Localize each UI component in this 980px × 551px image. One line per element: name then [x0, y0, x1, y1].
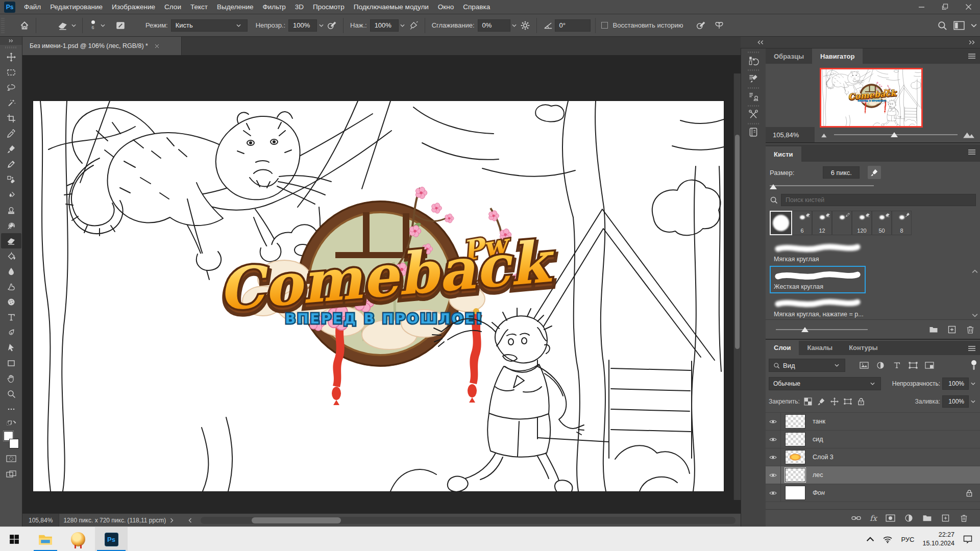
eyedropper-tool[interactable]: [1, 126, 21, 141]
collapse-panels-icon[interactable]: [757, 39, 764, 46]
horizontal-scrollbar[interactable]: [201, 517, 736, 524]
type-tool[interactable]: [1, 310, 21, 325]
toolbar-expand-button[interactable]: [0, 37, 22, 45]
mode-select[interactable]: Кисть: [171, 19, 248, 32]
panel-menu-icon[interactable]: [968, 53, 976, 60]
current-tool-eraser-icon[interactable]: [56, 19, 69, 32]
document-tab[interactable]: Без имени-1.psd @ 106% (лес, RGB/8) *: [22, 37, 182, 55]
menu-item[interactable]: Файл: [19, 0, 45, 14]
menu-item[interactable]: Подключаемые модули: [349, 0, 433, 14]
brush-preview-icon[interactable]: [868, 166, 881, 179]
status-chevron-icon[interactable]: [168, 517, 175, 524]
menu-item[interactable]: Изображение: [107, 0, 160, 14]
recent-brush-cell[interactable]: 6: [792, 211, 812, 235]
lock-artboard-icon[interactable]: [844, 397, 852, 406]
language-indicator[interactable]: РУС: [901, 536, 914, 543]
layer-name[interactable]: танк: [813, 418, 825, 425]
new-adjustment-layer-icon[interactable]: [904, 514, 914, 522]
smudge-tool[interactable]: [1, 279, 21, 294]
layer-thumbnail[interactable]: [785, 486, 805, 500]
new-group-icon[interactable]: [922, 514, 932, 522]
brush-preset-picker[interactable]: 6: [87, 20, 99, 30]
pressure-size-icon[interactable]: [694, 19, 707, 32]
layer-thumbnail[interactable]: [785, 414, 805, 429]
recent-brush-cell[interactable]: 120: [852, 211, 872, 235]
hardness-slider-thumb[interactable]: [801, 327, 808, 332]
delete-brush-icon[interactable]: [966, 325, 975, 334]
scroll-up-icon[interactable]: [972, 269, 978, 274]
game-shortcut-button[interactable]: [64, 527, 92, 551]
background-color-swatch[interactable]: [9, 439, 19, 448]
angle-input[interactable]: 0°: [555, 19, 591, 32]
clone-source-panel-icon[interactable]: [744, 87, 763, 102]
menu-item[interactable]: Текст: [186, 0, 212, 14]
layer-thumbnail[interactable]: [785, 468, 805, 482]
wifi-icon[interactable]: [883, 535, 893, 543]
layer-opacity-input[interactable]: 100%: [942, 378, 977, 390]
smoothing-input[interactable]: 0%: [478, 19, 510, 32]
dodge-tool[interactable]: [1, 294, 21, 310]
smoothing-chevron-icon[interactable]: [510, 19, 519, 32]
search-icon[interactable]: [937, 20, 947, 31]
navigator-thumbnail[interactable]: [820, 68, 923, 128]
recent-brush-cell[interactable]: 8: [892, 211, 912, 235]
airbrush-icon[interactable]: [407, 19, 420, 32]
layer-visibility-eye-icon[interactable]: [766, 413, 781, 430]
minimize-button[interactable]: [910, 0, 933, 13]
tab-channels[interactable]: Каналы: [799, 340, 841, 355]
clone-stamp-tool[interactable]: [1, 203, 21, 218]
layer-name[interactable]: сид: [813, 436, 823, 443]
eraser-tool[interactable]: [1, 233, 21, 248]
tab-paths[interactable]: Контуры: [841, 340, 886, 355]
navigator-zoom-slider[interactable]: [834, 134, 958, 135]
taskbar-clock[interactable]: 22:27 15.10.2024: [922, 531, 954, 548]
restore-button[interactable]: [933, 0, 957, 13]
blur-tool[interactable]: [1, 264, 21, 279]
layer-row[interactable]: танк: [766, 413, 980, 431]
hand-tool[interactable]: [1, 371, 21, 386]
fill-chevron-icon[interactable]: [969, 395, 977, 408]
tool-presets-panel-icon[interactable]: [744, 105, 763, 120]
horizontal-scrollbar-thumb[interactable]: [252, 517, 341, 523]
pressure-opacity-icon[interactable]: [325, 19, 338, 32]
filter-smart-objects-icon[interactable]: [925, 361, 934, 369]
libraries-panel-icon[interactable]: [744, 123, 763, 138]
history-panel-icon[interactable]: [744, 52, 763, 66]
recent-brush-cell[interactable]: [770, 211, 792, 235]
pattern-stamp-tool[interactable]: [1, 172, 21, 187]
history-brush-tool[interactable]: [1, 218, 21, 233]
layer-name[interactable]: Слой 3: [813, 454, 834, 461]
panel-menu-icon[interactable]: [968, 345, 976, 352]
opacity-chevron-icon[interactable]: [317, 19, 325, 32]
brush-picker-chevron-icon[interactable]: [99, 19, 107, 32]
brush-list-item[interactable]: Мягкая круглая, нажатие = р...: [770, 293, 866, 321]
brush-tool[interactable]: [1, 141, 21, 157]
restore-history-checkbox[interactable]: [601, 22, 608, 29]
crop-tool[interactable]: [1, 111, 21, 126]
smoothing-gear-icon[interactable]: [519, 19, 532, 32]
brush-settings-toggle-icon[interactable]: [114, 19, 127, 32]
layer-row[interactable]: Фон: [766, 484, 980, 502]
layer-visibility-eye-icon[interactable]: [766, 466, 781, 484]
tool-preset-chevron-icon[interactable]: [69, 19, 78, 32]
layer-thumbnail[interactable]: [785, 450, 805, 464]
tab-layers[interactable]: Слои: [766, 340, 799, 355]
brush-hardness-slider[interactable]: [776, 329, 868, 330]
collapse-dock-icon[interactable]: [969, 39, 976, 46]
paint-symmetry-icon[interactable]: [713, 19, 726, 32]
lock-transparency-icon[interactable]: [804, 397, 812, 406]
recent-brush-cell[interactable]: 12: [812, 211, 832, 235]
swap-colors-icon[interactable]: [1, 417, 21, 429]
vertical-scrollbar[interactable]: [733, 73, 741, 500]
opacity-input[interactable]: 100%: [288, 19, 317, 32]
mixer-brush-tool[interactable]: [1, 187, 21, 203]
canvas[interactable]: Pw Comeback Comeback ВПЕРЕД В ПРОШЛОЕ!: [33, 101, 724, 491]
brush-size-input[interactable]: 6 пикс.: [823, 166, 860, 179]
recent-brush-cell[interactable]: [832, 211, 852, 235]
flow-input[interactable]: 100%: [370, 19, 399, 32]
opacity-chevron-icon[interactable]: [969, 378, 977, 390]
new-layer-icon[interactable]: [941, 514, 950, 522]
workspace-chevron-icon[interactable]: [971, 23, 977, 28]
path-select-tool[interactable]: [1, 340, 21, 356]
blend-mode-select[interactable]: Обычные: [769, 377, 881, 390]
